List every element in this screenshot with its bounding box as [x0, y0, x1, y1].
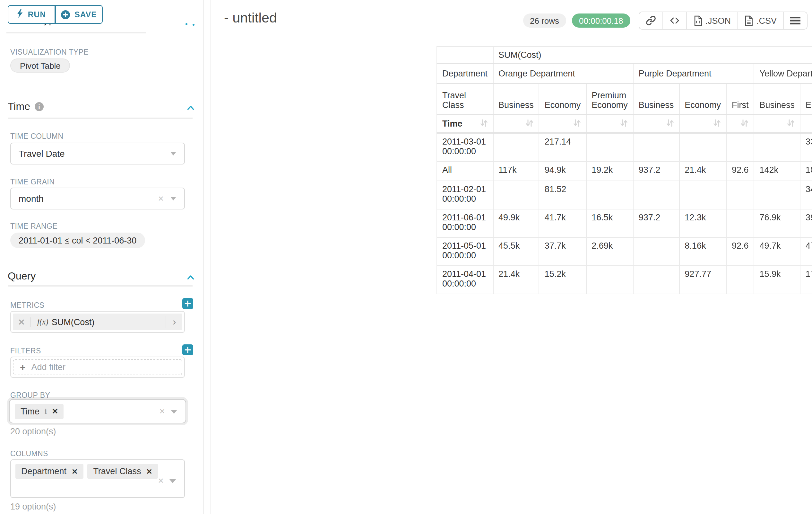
pivot-table: SUM(Cost)DepartmentOrange DepartmentPurp…: [436, 46, 812, 294]
clear-icon[interactable]: ×: [158, 193, 164, 204]
save-button[interactable]: SAVE: [55, 5, 103, 24]
columns-tag-department[interactable]: Department ✕: [16, 464, 83, 479]
row-label-cell: All: [437, 161, 493, 181]
query-section-header[interactable]: Query: [8, 270, 36, 282]
chevron-right-icon[interactable]: ›: [166, 316, 182, 328]
chevron-up-icon[interactable]: [186, 273, 195, 282]
metrics-container: ✕ f(x) SUM(Cost) ›: [10, 311, 185, 333]
time-column-select[interactable]: Travel Date: [10, 143, 185, 164]
columns-select[interactable]: Department ✕ Travel Class ✕ ×: [10, 459, 185, 498]
json-file-icon: [693, 15, 702, 26]
export-json-label: .JSON: [705, 16, 731, 25]
pivot-table-container: SUM(Cost)DepartmentOrange DepartmentPurp…: [436, 46, 812, 294]
remove-tag-icon[interactable]: ✕: [71, 467, 78, 476]
group-by-tag-time[interactable]: Time i ✕: [15, 404, 64, 418]
chevron-up-icon[interactable]: [186, 104, 195, 112]
row-label-cell: 2011-02-01 00:00:00: [437, 181, 493, 209]
value-cell: [586, 181, 633, 209]
columns-tag-travel-class[interactable]: Travel Class ✕: [87, 464, 158, 479]
run-button[interactable]: RUN: [8, 5, 55, 24]
section-divider: [6, 32, 146, 33]
filters-container: + Add filter: [10, 357, 185, 378]
sort-header[interactable]: [754, 114, 800, 133]
remove-metric-icon[interactable]: ✕: [13, 317, 31, 327]
filters-label: FILTERS: [10, 347, 41, 355]
chevron-down-icon: [171, 152, 176, 156]
value-cell: 217.14: [539, 133, 586, 161]
sort-header[interactable]: [633, 114, 679, 133]
row-label-cell: 2011-06-01 00:00:00: [437, 209, 493, 237]
value-cell: 21.4k: [493, 265, 539, 294]
value-cell: 343.98: [800, 181, 812, 209]
chevron-down-icon: [171, 410, 177, 414]
add-filter-button[interactable]: + Add filter: [13, 359, 182, 375]
col-header: Premium Economy: [586, 83, 633, 114]
value-cell: 49.7k: [754, 237, 800, 265]
col-header: Business: [633, 83, 679, 114]
value-cell: [726, 209, 754, 237]
sort-header[interactable]: [679, 114, 726, 133]
panel-resize-dot[interactable]: [193, 24, 195, 26]
table-row: 2011-05-01 00:00:0045.5k37.7k2.69k8.16k9…: [437, 237, 812, 265]
clear-icon[interactable]: ×: [159, 405, 165, 416]
sort-header-time[interactable]: Time: [437, 114, 493, 133]
sort-icon[interactable]: [620, 118, 628, 129]
metric-header-cell: SUM(Cost): [493, 47, 812, 63]
superset-explore-view: Chart Type RUN SAVE VISUALIZATION TYPE P…: [0, 0, 812, 514]
query-section-title: Query: [8, 270, 36, 282]
copy-link-button[interactable]: [639, 12, 663, 29]
value-cell: [633, 265, 679, 294]
sort-header[interactable]: [539, 114, 586, 133]
sort-icon[interactable]: [666, 118, 674, 129]
sort-icon[interactable]: [741, 118, 749, 129]
export-json-button[interactable]: .JSON: [687, 12, 738, 29]
time-dimension-label: Time: [442, 119, 463, 129]
sort-icon[interactable]: [713, 118, 721, 129]
group-by-label: GROUP BY: [10, 391, 50, 399]
chart-title[interactable]: - untitled: [224, 10, 277, 26]
value-cell: 117k: [493, 161, 539, 181]
panel-resize-dot[interactable]: [185, 23, 187, 25]
value-cell: [493, 133, 539, 161]
value-cell: 76.9k: [754, 209, 800, 237]
clear-icon[interactable]: ×: [158, 475, 164, 486]
value-cell: 81.52: [539, 181, 586, 209]
sort-header[interactable]: [586, 114, 633, 133]
visualization-type-value[interactable]: Pivot Table: [10, 58, 70, 73]
value-cell: 17.3k: [800, 265, 812, 294]
more-options-button[interactable]: [784, 12, 807, 29]
value-cell: 16.5k: [586, 209, 633, 237]
corner-cell: [437, 47, 493, 63]
table-row: 2011-06-01 00:00:0049.9k41.7k16.5k937.21…: [437, 209, 812, 237]
metric-name: SUM(Cost): [52, 317, 95, 327]
time-range-value[interactable]: 2011-01-01 ≤ col < 2011-06-30: [10, 233, 145, 248]
sort-header[interactable]: [726, 114, 754, 133]
sort-icon[interactable]: [480, 118, 488, 129]
value-cell: 47.7k: [800, 237, 812, 265]
export-csv-button[interactable]: .CSV: [738, 12, 784, 29]
sort-icon[interactable]: [526, 118, 534, 129]
metric-pill[interactable]: ✕ f(x) SUM(Cost) ›: [13, 314, 182, 330]
result-controls: 26 rows 00:00:00.18 .JSON: [523, 11, 808, 30]
view-query-button[interactable]: [663, 12, 687, 29]
table-row: 2011-02-01 00:00:0081.52343.98425.5: [437, 181, 812, 209]
remove-tag-icon[interactable]: ✕: [52, 407, 58, 416]
add-metric-button[interactable]: [182, 298, 193, 309]
control-panel: Chart Type RUN SAVE VISUALIZATION TYPE P…: [0, 0, 204, 514]
sort-header[interactable]: [493, 114, 539, 133]
sort-icon[interactable]: [787, 118, 795, 129]
add-filter-plus-button[interactable]: [182, 344, 193, 355]
group-by-select[interactable]: Time i ✕ ×: [9, 399, 186, 424]
add-filter-label: Add filter: [31, 362, 66, 372]
value-cell: 49.9k: [493, 209, 539, 237]
sort-icon[interactable]: [573, 118, 581, 129]
value-cell: 19.2k: [586, 161, 633, 181]
columns-label: COLUMNS: [10, 450, 48, 457]
remove-tag-icon[interactable]: ✕: [146, 467, 152, 476]
time-grain-select[interactable]: month ×: [10, 188, 185, 210]
hamburger-menu-icon: [790, 16, 801, 25]
table-row: 2011-03-01 00:00:00217.14332.21549.35: [437, 133, 812, 161]
time-section-header[interactable]: Time i: [8, 101, 44, 112]
sort-header[interactable]: [800, 114, 812, 133]
value-cell: [679, 181, 726, 209]
